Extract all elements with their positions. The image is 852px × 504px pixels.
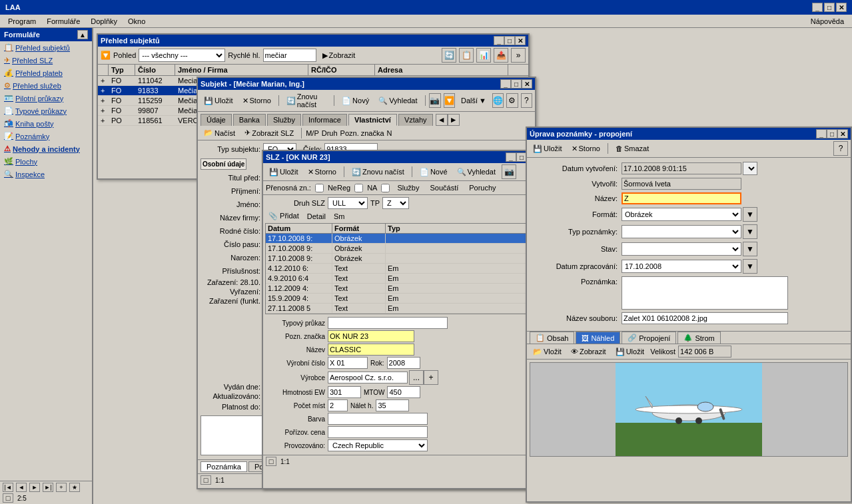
provozovano-select[interactable]: Czech Republic (328, 439, 428, 451)
toolbar-btn1[interactable]: 📷 (429, 93, 440, 108)
th-adresa[interactable]: Adresa (375, 65, 508, 75)
subjekt-storno-btn[interactable]: ✕ Storno (239, 95, 274, 107)
tp-select[interactable]: Z (382, 197, 409, 209)
nalet-input[interactable] (376, 399, 409, 411)
sidebar-up-btn[interactable]: ▲ (77, 30, 88, 39)
detail-btn[interactable]: Detail (304, 210, 329, 222)
pocet-mist-input[interactable] (328, 399, 348, 411)
subjekt-close[interactable]: ✕ (522, 79, 532, 89)
typ-poznamky-dropdown[interactable]: ▼ (743, 224, 757, 239)
th-rcico[interactable]: RČ/IČO (308, 65, 375, 75)
subjekt-vyhledat-btn[interactable]: 🔍 Vyhledat (375, 95, 420, 107)
th-jmeno[interactable]: Jméno / Firma (175, 65, 308, 75)
subjekt-ulozit-btn[interactable]: 💾 Uložit (201, 95, 236, 107)
subjekt-maximize[interactable]: □ (511, 79, 522, 89)
hmotnosti-ew-input[interactable] (328, 386, 361, 398)
tab-vztahy[interactable]: Vztahy (398, 114, 433, 126)
toolbar-btn3[interactable]: 🌐 (492, 93, 504, 108)
barva-input[interactable] (328, 413, 428, 425)
subjekt-nav-expand[interactable]: □ (201, 475, 211, 485)
sidebar-item-typove-prukazy[interactable]: 📄 Typové průkazy (0, 105, 92, 117)
tab-next[interactable]: ► (448, 114, 460, 126)
slz-nav-expand[interactable]: □ (266, 457, 276, 466)
zobrazit-slz-btn[interactable]: ✈ Zobrazit SLZ (241, 127, 297, 138)
sidebar-item-prehled-slz[interactable]: ✈ Přehled SLZ (0, 54, 92, 67)
sluzby-btn[interactable]: Služby (394, 182, 422, 193)
vyrobce-search-btn[interactable]: ... (409, 370, 424, 385)
uprava-help-btn[interactable]: ? (833, 141, 848, 156)
vyrobce-input[interactable] (328, 372, 408, 383)
uprava-maximize[interactable]: □ (827, 129, 837, 138)
sidebar-item-pilotni-prukazy[interactable]: 🪪 Pilotní průkazy (0, 92, 92, 105)
subjekt-dalsi-btn[interactable]: Další ▼ (458, 95, 490, 106)
bottom-tab-poznamka[interactable]: Poznámka (201, 461, 247, 472)
slz-vyhledat-btn[interactable]: 🔍 Vyhledat (454, 166, 499, 178)
slz-icon-btn[interactable]: 📷 (502, 164, 516, 179)
sidebar-item-poznamky[interactable]: 📝 Poznámky (0, 130, 92, 142)
sidebar-item-prehled-sluzeb[interactable]: ⚙ Přehled služeb (0, 79, 92, 92)
tab-prev[interactable]: ◄ (436, 114, 448, 126)
sidebar-item-kniha-posty[interactable]: 📬 Kniha pošty (0, 117, 92, 130)
menu-formulare[interactable]: Formuláře (41, 16, 85, 27)
slz-minimize[interactable]: _ (506, 152, 516, 162)
slz-znovu-btn[interactable]: 🔄 Znovu načíst (348, 166, 408, 178)
sidebar-item-nehody[interactable]: ⚠ Nehody a incidenty (0, 142, 92, 155)
slz-note-row[interactable]: 27.11.2008 5 Text Em (266, 304, 531, 314)
slz-nove-btn[interactable]: 📄 Nové (416, 166, 451, 178)
sidebar-nav-add[interactable]: + (56, 483, 67, 492)
slz-note-row[interactable]: 17.10.2008 9: Obrázek (266, 234, 531, 244)
nacist-btn[interactable]: 📂 Načíst (201, 127, 238, 138)
slz-note-row[interactable]: 15.9.2009 4: Text Em (266, 294, 531, 304)
menu-okno[interactable]: Okno (123, 16, 151, 27)
search-input[interactable] (263, 49, 316, 62)
vlozit-btn[interactable]: 📂 Vložit (530, 346, 565, 358)
uprava-minimize[interactable]: _ (816, 129, 827, 138)
subjekt-znovu-btn[interactable]: 🔄 Znovu načíst (283, 91, 330, 110)
poznamka-uprava-textarea[interactable] (622, 276, 788, 310)
sidebar-nav-first[interactable]: |◄ (3, 483, 13, 492)
tab-propojeni[interactable]: 🔗 Propojení (622, 332, 676, 344)
slz-note-row[interactable]: 1.12.2009 4: Text Em (266, 284, 531, 294)
uprava-ulozit-btn[interactable]: 💾 Uložit (530, 143, 566, 154)
zobrazit-image-btn[interactable]: 👁 Zobrazit (568, 346, 610, 357)
prenosna-checkbox[interactable] (315, 184, 324, 192)
menu-napoveda[interactable]: Nápověda (805, 16, 849, 27)
vyrobce-add-btn[interactable]: + (424, 370, 438, 385)
datum-vytvoreni-input[interactable] (622, 162, 741, 174)
tab-vlastnictvi[interactable]: Vlastnictví (348, 114, 397, 126)
prehled-minimize[interactable]: _ (494, 36, 504, 45)
stav-uprava-select[interactable] (622, 242, 741, 256)
nazev-slz-input[interactable] (328, 344, 414, 356)
sm-btn[interactable]: Sm (330, 210, 348, 222)
mtow-input[interactable] (387, 386, 420, 398)
slz-note-row[interactable]: 17.10.2008 9: Obrázek (266, 244, 531, 254)
druh-slz-select[interactable]: ULL (328, 197, 368, 209)
uprava-storno-btn[interactable]: ✕ Storno (568, 143, 604, 154)
sidebar-nav-prev[interactable]: ◄ (16, 483, 27, 492)
ulozit-image-btn[interactable]: 💾 Uložit (612, 346, 648, 358)
slz-ulozit-btn[interactable]: 💾 Uložit (266, 166, 302, 178)
nereg-checkbox[interactable] (354, 184, 363, 192)
format-dropdown-btn[interactable]: ▼ (743, 207, 757, 222)
toolbar-icon3[interactable]: 📊 (476, 48, 491, 63)
menu-program[interactable]: Program (3, 16, 41, 27)
tab-udaje[interactable]: Údaje (201, 114, 232, 126)
uprava-close[interactable]: ✕ (837, 129, 848, 138)
nazev-souboru-input[interactable] (622, 312, 788, 324)
filter-select[interactable]: --- všechny --- (139, 49, 225, 62)
porizov-cena-input[interactable] (328, 426, 428, 438)
toolbar-icon2[interactable]: 📋 (459, 48, 474, 63)
toolbar-btn4[interactable]: ⚙ (506, 93, 518, 108)
slz-storno-btn[interactable]: ✕ Storno (304, 166, 340, 178)
help-btn[interactable]: ? (521, 93, 532, 108)
poruchy-btn[interactable]: Poruchy (466, 182, 499, 193)
typovy-prukaz-input[interactable] (328, 317, 448, 329)
typ-poznamky-select[interactable] (622, 225, 741, 238)
vytvoril-input[interactable] (622, 178, 741, 190)
app-minimize-btn[interactable]: _ (812, 3, 823, 12)
sidebar-nav-star[interactable]: ★ (69, 483, 80, 492)
sidebar-item-prehled-subjektu[interactable]: 📋 Přehled subjektů (0, 41, 92, 54)
toolbar-icon4[interactable]: 📤 (494, 48, 508, 63)
slz-note-row[interactable]: 17.10.2008 9: Obrázek (266, 254, 531, 264)
sidebar-expand-btn[interactable]: □ (3, 493, 13, 503)
